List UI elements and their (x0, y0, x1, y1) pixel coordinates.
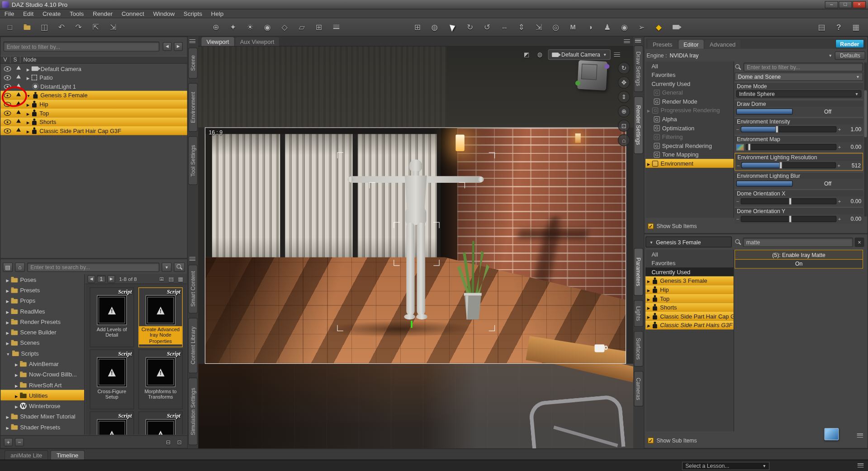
open-scene-icon[interactable] (20, 20, 33, 34)
library-card-partial[interactable]: Script (138, 411, 183, 434)
viewport-canvas[interactable]: 16 : 9 ◩ ◍ Default Camera ▼ (198, 47, 633, 449)
expand-arrow-icon[interactable] (15, 381, 18, 388)
expand-arrow-icon[interactable] (27, 119, 30, 125)
collapse-arrow-icon[interactable] (6, 350, 9, 357)
tab-render-settings[interactable]: Render Settings (634, 96, 643, 154)
library-card-partial[interactable]: Script (90, 411, 134, 434)
menu-scripts[interactable]: Scripts (179, 10, 207, 17)
menu-window[interactable]: Window (149, 10, 179, 17)
defaults-button[interactable]: Defaults (835, 51, 865, 59)
settings-group-row[interactable]: Alpha (645, 114, 734, 124)
pane-menu-icon[interactable] (190, 39, 195, 44)
selectable-cursor-icon[interactable] (17, 75, 22, 80)
tab-presets[interactable]: Presets (648, 40, 678, 49)
menu-file[interactable]: File (0, 10, 19, 17)
param-group-row-selected[interactable]: Shorts (645, 303, 734, 312)
expand-arrow-icon[interactable] (647, 107, 650, 114)
view-list-icon[interactable]: ▤ (167, 275, 175, 283)
tab-scene[interactable]: Scene (188, 48, 198, 79)
menu-edit[interactable]: Edit (19, 10, 38, 17)
show-sub-items-checkbox[interactable] (648, 223, 654, 229)
parameters-search-input[interactable] (743, 237, 853, 247)
translate-tool-icon[interactable]: ⇔ (498, 20, 511, 34)
orbit-icon[interactable]: ↻ (618, 62, 630, 74)
settings-group-row[interactable]: Currently Used (645, 79, 734, 88)
slider-value[interactable]: 1.00 (843, 126, 862, 132)
menu-create[interactable]: Create (38, 10, 65, 17)
whats-this-icon[interactable]: ? (832, 20, 845, 34)
tree-item[interactable]: Scripts (0, 348, 84, 358)
search-go-button[interactable] (174, 262, 185, 272)
settings-group-row[interactable]: Filtering (645, 133, 734, 142)
column-visibility[interactable]: V (0, 57, 10, 63)
menu-connect[interactable]: Connect (117, 10, 149, 17)
resize-thumbnails-icon[interactable]: ⊟ (164, 438, 173, 446)
slider-value[interactable]: 0.00 (843, 216, 862, 222)
people-tool-icon[interactable]: ♟ (601, 20, 614, 34)
tab-draw-settings[interactable]: Draw Settings (634, 45, 643, 92)
library-card[interactable]: Script Add Levels of Detail (90, 287, 134, 347)
scene-filter-next-button[interactable]: ▶ (174, 42, 183, 51)
add-content-button[interactable]: + (4, 438, 13, 446)
expand-arrow-icon[interactable] (27, 127, 30, 134)
close-button[interactable]: × (853, 1, 866, 8)
create-light-icon[interactable]: ☀ (244, 20, 257, 34)
surface-selection-icon[interactable]: ◑ (583, 20, 597, 34)
rotate-tool-icon[interactable]: ↻ (463, 20, 476, 34)
tab-parameters[interactable]: Parameters (634, 248, 643, 295)
param-group-row-selected[interactable]: Top (645, 294, 734, 303)
show-sub-items-row[interactable]: Show Sub Items (648, 223, 697, 229)
expand-arrow-icon[interactable] (647, 313, 650, 320)
figure-silhouette[interactable] (344, 158, 488, 329)
settings-group-row[interactable]: Optimization (645, 124, 734, 133)
render-camera-icon[interactable] (669, 20, 683, 34)
library-card-selected[interactable]: Script Create Advanced Iray Node Propert… (138, 287, 183, 347)
view-cube[interactable] (577, 60, 607, 90)
tree-item[interactable]: Shader Mixer Tutorial (0, 411, 84, 421)
spot-render-icon[interactable]: ◉ (618, 20, 631, 34)
visibility-eye-icon[interactable] (3, 74, 11, 81)
tree-item[interactable]: Winterbrose (0, 400, 84, 411)
visibility-eye-icon[interactable] (3, 109, 11, 116)
create-plane-icon[interactable]: ▱ (295, 20, 308, 34)
clear-search-button[interactable]: × (855, 237, 864, 247)
expand-arrow-icon[interactable] (647, 304, 650, 311)
expand-arrow-icon[interactable] (647, 160, 650, 167)
expand-arrow-icon[interactable] (6, 423, 9, 430)
tab-viewport[interactable]: Viewport (201, 37, 234, 46)
scene-filter-input[interactable] (3, 42, 159, 52)
expand-arrow-icon[interactable] (647, 322, 650, 328)
expand-arrow-icon[interactable] (27, 74, 30, 81)
universal-tool-icon[interactable]: ◎ (549, 20, 562, 34)
scene-node-row-selected[interactable]: Hip (0, 100, 187, 109)
expand-arrow-icon[interactable] (647, 295, 650, 302)
settings-group-row[interactable]: All (645, 62, 734, 71)
page-next-button[interactable]: ▶ (107, 275, 115, 283)
param-group-row-selected[interactable]: Hip (645, 285, 734, 294)
properties-filter-input[interactable] (744, 62, 863, 71)
expand-arrow-icon[interactable] (15, 360, 18, 367)
orbit-tool-icon[interactable]: ↺ (480, 20, 493, 34)
create-figure-icon[interactable]: ⊕ (209, 20, 223, 34)
library-card[interactable]: Script Cross-Figure Setup (90, 349, 134, 409)
expand-arrow-icon[interactable] (6, 297, 9, 304)
column-selectable[interactable]: S (10, 57, 20, 63)
slider-plus[interactable]: + (838, 216, 841, 222)
tree-item[interactable]: AlvinBemar (0, 358, 84, 369)
expand-arrow-icon[interactable] (15, 402, 18, 409)
search-options-button[interactable]: ▼ (161, 262, 171, 272)
selectable-cursor-icon[interactable] (17, 110, 22, 116)
expand-arrow-icon[interactable] (15, 371, 18, 377)
settings-group-row-selected[interactable]: Environment (645, 159, 734, 168)
expand-arrow-icon[interactable] (6, 286, 9, 293)
expand-arrow-icon[interactable] (27, 109, 30, 116)
tree-item[interactable]: Poses (0, 274, 84, 285)
page-prev-button[interactable]: ◀ (87, 275, 95, 283)
grid-snap-icon[interactable]: ⊞ (411, 20, 424, 34)
slider-value[interactable]: 512 (842, 162, 861, 168)
tab-aux-viewport[interactable]: Aux Viewport (235, 37, 280, 46)
create-prop-icon[interactable]: ✦ (227, 20, 240, 34)
tab-lights[interactable]: Lights (634, 300, 643, 327)
expand-arrow-icon[interactable] (6, 276, 9, 283)
tree-item[interactable]: ReadMes (0, 306, 84, 316)
